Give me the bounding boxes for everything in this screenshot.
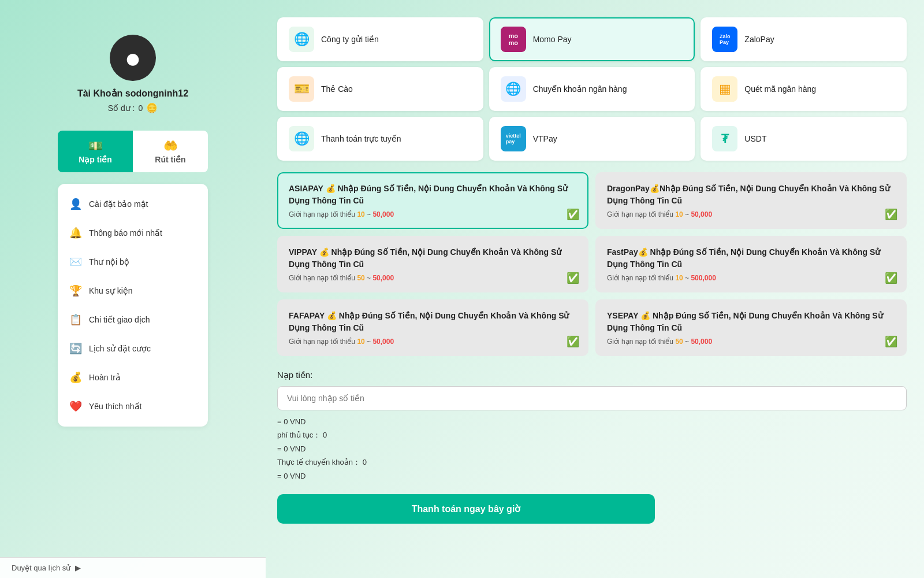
menu-item-events-label: Khu sự kiện bbox=[89, 286, 133, 295]
fafapay-limit: Giới hạn nạp tối thiểu 10 ~ 50,000 bbox=[289, 338, 577, 346]
balance-row: Số dư : 0 🪙 bbox=[108, 102, 158, 113]
online-icon: 🌐 bbox=[289, 126, 314, 151]
withdraw-tab-label: Rút tiền bbox=[155, 155, 185, 164]
fastpay-check-icon: ✅ bbox=[885, 272, 897, 284]
fee-label: phí thủ tục： bbox=[277, 431, 321, 439]
menu-item-favorites[interactable]: ❤️ Yêu thích nhất bbox=[58, 392, 208, 421]
fastpay-title: FastPay💰 Nhập Đúng Số Tiền, Nội Dung Chu… bbox=[607, 246, 895, 271]
payment-card-qr[interactable]: ▦ Quét mã ngân hàng bbox=[701, 67, 907, 111]
vippay-title: VIPPAY 💰 Nhập Đúng Số Tiền, Nội Dung Chu… bbox=[289, 246, 577, 271]
menu-item-security[interactable]: 👤 Cài đặt bảo mật bbox=[58, 190, 208, 218]
main-content: 🌐 Công ty gửi tiền momo Momo Pay ZaloPay… bbox=[266, 0, 924, 578]
heart-icon: ❤️ bbox=[69, 400, 82, 413]
zalopay-icon: ZaloPay bbox=[712, 27, 737, 52]
bottom-bar[interactable]: Duyệt qua lịch sử ▶ bbox=[0, 557, 266, 578]
menu-list: 👤 Cài đặt bảo mật 🔔 Thông báo mới nhất ✉… bbox=[58, 184, 208, 427]
notification-icon: 🔔 bbox=[69, 227, 82, 239]
provider-card-fastpay[interactable]: FastPay💰 Nhập Đúng Số Tiền, Nội Dung Chu… bbox=[595, 236, 907, 292]
dragonpay-title: DragonPay💰Nhập Đúng Số Tiền, Nội Dung Ch… bbox=[607, 183, 895, 207]
bank-icon: 🌐 bbox=[501, 76, 526, 102]
fee-value: 0 bbox=[323, 431, 327, 439]
fastpay-limit: Giới hạn nạp tối thiểu 10 ~ 500,000 bbox=[607, 274, 895, 282]
qr-label: Quét mã ngân hàng bbox=[744, 84, 816, 94]
nav-tabs: 💵 Nạp tiền 🤲 Rút tiền bbox=[58, 131, 208, 172]
payment-methods-grid: 🌐 Công ty gửi tiền momo Momo Pay ZaloPay… bbox=[277, 17, 907, 161]
withdraw-tab[interactable]: 🤲 Rút tiền bbox=[133, 131, 208, 172]
dragonpay-check-icon: ✅ bbox=[885, 208, 897, 221]
deposit-tab[interactable]: 💵 Nạp tiền bbox=[58, 131, 133, 172]
sidebar: ● Tài Khoản sodongninh12 Số dư : 0 🪙 💵 N… bbox=[0, 0, 266, 578]
deposit-input[interactable] bbox=[277, 386, 907, 410]
vtpay-label: VTPay bbox=[533, 134, 557, 143]
asiapay-check-icon: ✅ bbox=[567, 208, 579, 221]
momo-icon: momo bbox=[501, 27, 526, 52]
payment-card-momo[interactable]: momo Momo Pay bbox=[489, 17, 695, 61]
usdt-label: USDT bbox=[744, 134, 766, 143]
menu-item-bet-history[interactable]: 🔄 Lịch sử đặt cược bbox=[58, 334, 208, 363]
payment-card-online[interactable]: 🌐 Thanh toán trực tuyến bbox=[277, 117, 483, 161]
history-icon: 🔄 bbox=[69, 342, 82, 355]
bottom-bar-label: Duyệt qua lịch sử bbox=[12, 564, 70, 572]
menu-item-events[interactable]: 🏆 Khu sự kiện bbox=[58, 276, 208, 305]
fafapay-title: FAFAPAY 💰 Nhập Đúng Số Tiền, Nội Dung Ch… bbox=[289, 310, 577, 334]
username: Tài Khoản sodongninh12 bbox=[77, 88, 188, 99]
menu-item-favorites-label: Yêu thích nhất bbox=[89, 402, 142, 411]
bottom-bar-arrow: ▶ bbox=[75, 564, 81, 572]
momo-label: Momo Pay bbox=[533, 35, 572, 44]
deposit-line3: = 0 VND bbox=[277, 472, 306, 480]
asiapay-title: ASIAPAY 💰 Nhập Đúng Số Tiền, Nội Dung Ch… bbox=[289, 183, 577, 207]
provider-card-asiapay[interactable]: ASIAPAY 💰 Nhập Đúng Số Tiền, Nội Dung Ch… bbox=[277, 172, 588, 229]
payment-card-cong-ty[interactable]: 🌐 Công ty gửi tiền bbox=[277, 17, 483, 61]
security-icon: 👤 bbox=[69, 198, 82, 210]
dragonpay-limit: Giới hạn nạp tối thiểu 10 ~ 50,000 bbox=[607, 210, 895, 218]
provider-card-fafapay[interactable]: FAFAPAY 💰 Nhập Đúng Số Tiền, Nội Dung Ch… bbox=[277, 299, 588, 356]
actual-label: Thực tế chuyển khoản： bbox=[277, 458, 360, 466]
the-cao-label: Thẻ Cào bbox=[321, 84, 353, 94]
providers-grid: ASIAPAY 💰 Nhập Đúng Số Tiền, Nội Dung Ch… bbox=[277, 172, 907, 356]
vippay-check-icon: ✅ bbox=[567, 272, 579, 284]
trophy-icon: 🏆 bbox=[69, 284, 82, 297]
avatar: ● bbox=[110, 35, 156, 81]
menu-item-messages[interactable]: ✉️ Thư nội bộ bbox=[58, 247, 208, 276]
menu-item-notifications[interactable]: 🔔 Thông báo mới nhất bbox=[58, 218, 208, 247]
usdt-icon: ₮ bbox=[712, 126, 737, 151]
ysepay-limit: Giới hạn nạp tối thiểu 50 ~ 50,000 bbox=[607, 338, 895, 346]
vippay-limit: Giới hạn nạp tối thiểu 50 ~ 50,000 bbox=[289, 274, 577, 282]
menu-item-transactions-label: Chi tiết giao dịch bbox=[89, 315, 150, 324]
provider-card-vippay[interactable]: VIPPAY 💰 Nhập Đúng Số Tiền, Nội Dung Chu… bbox=[277, 236, 588, 292]
provider-card-dragonpay[interactable]: DragonPay💰Nhập Đúng Số Tiền, Nội Dung Ch… bbox=[595, 172, 907, 229]
menu-item-security-label: Cài đặt bảo mật bbox=[89, 199, 148, 209]
globe-icon: 🌐 bbox=[289, 27, 314, 52]
refund-icon: 💰 bbox=[69, 371, 82, 384]
deposit-icon: 💵 bbox=[88, 139, 103, 153]
asiapay-limit: Giới hạn nạp tối thiểu 10 ~ 50,000 bbox=[289, 210, 577, 218]
deposit-input-row bbox=[277, 386, 907, 410]
vtpay-icon: viettelpay bbox=[501, 126, 526, 151]
payment-card-bank-transfer[interactable]: 🌐 Chuyển khoản ngân hàng bbox=[489, 67, 695, 111]
deposit-line1: = 0 VND bbox=[277, 417, 306, 426]
deposit-tab-label: Nạp tiền bbox=[79, 155, 112, 164]
deposit-info: = 0 VND phí thủ tục： 0 = 0 VND Thực tế c… bbox=[277, 415, 907, 483]
pay-now-button[interactable]: Thanh toán ngay bây giờ bbox=[277, 494, 655, 524]
menu-item-notifications-label: Thông báo mới nhất bbox=[89, 228, 162, 238]
menu-item-refund[interactable]: 💰 Hoàn trả bbox=[58, 363, 208, 392]
fafapay-check-icon: ✅ bbox=[567, 335, 579, 348]
payment-card-usdt[interactable]: ₮ USDT bbox=[701, 117, 907, 161]
online-label: Thanh toán trực tuyến bbox=[321, 134, 401, 143]
menu-item-refund-label: Hoàn trả bbox=[89, 373, 121, 382]
menu-item-transactions[interactable]: 📋 Chi tiết giao dịch bbox=[58, 305, 208, 334]
menu-item-messages-label: Thư nội bộ bbox=[89, 257, 129, 266]
actual-value: 0 bbox=[363, 458, 367, 466]
ysepay-title: YSEPAY 💰 Nhập Đúng Số Tiền, Nội Dung Chu… bbox=[607, 310, 895, 334]
provider-card-ysepay[interactable]: YSEPAY 💰 Nhập Đúng Số Tiền, Nội Dung Chu… bbox=[595, 299, 907, 356]
transactions-icon: 📋 bbox=[69, 313, 82, 326]
mail-icon: ✉️ bbox=[69, 255, 82, 268]
deposit-line2: = 0 VND bbox=[277, 444, 306, 453]
deposit-section: Nạp tiền: = 0 VND phí thủ tục： 0 = 0 VND… bbox=[277, 370, 907, 524]
payment-card-zalopay[interactable]: ZaloPay ZaloPay bbox=[701, 17, 907, 61]
bank-transfer-label: Chuyển khoản ngân hàng bbox=[533, 84, 627, 94]
ysepay-check-icon: ✅ bbox=[885, 335, 897, 348]
payment-card-the-cao[interactable]: 🎫 Thẻ Cào bbox=[277, 67, 483, 111]
payment-card-vtpay[interactable]: viettelpay VTPay bbox=[489, 117, 695, 161]
balance-value: 0 bbox=[139, 103, 143, 113]
